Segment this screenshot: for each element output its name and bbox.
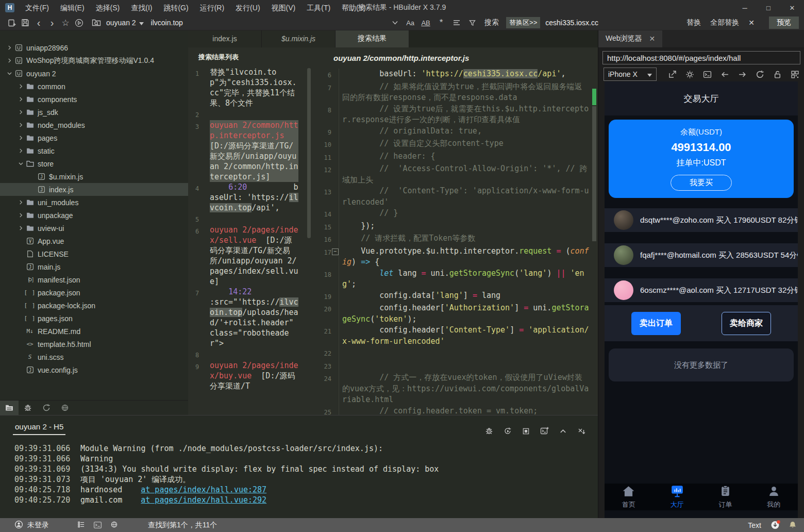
chevron-right-icon[interactable] — [16, 123, 25, 127]
menu-item[interactable]: 文件(F) — [20, 0, 55, 15]
replace-input[interactable]: ceshi335.iosx.cc — [545, 19, 648, 27]
tree-item-vue.config.js[interactable]: Jvue.config.js — [0, 363, 188, 376]
encoding-label[interactable]: Text — [748, 521, 761, 529]
close-search-button[interactable]: ✕ — [746, 19, 757, 27]
clear-icon[interactable] — [577, 427, 585, 435]
chevron-right-icon[interactable] — [16, 213, 25, 218]
tree-item-unpackage[interactable]: unpackage — [0, 209, 188, 222]
network-icon[interactable] — [110, 521, 118, 529]
browser-url-input[interactable]: http://localhost:8080/#/pages/index/hall — [602, 51, 800, 64]
settings-icon[interactable] — [685, 70, 694, 79]
open-external-icon[interactable] — [668, 70, 677, 79]
search-result-row[interactable]: 9ouyuan 2/pages/index/buy.vue [D:/源码分享渠道… — [188, 360, 312, 391]
tasks-icon[interactable] — [77, 521, 85, 529]
refresh-icon[interactable] — [756, 70, 764, 79]
tree-item-WoShop跨境商城商家管理移动端V1.0.4[interactable]: WoShop跨境商城商家管理移动端V1.0.4 — [0, 54, 188, 67]
close-icon[interactable]: ✕ — [649, 35, 656, 43]
tree-item-pages.json[interactable]: [ ]pages.json — [0, 312, 188, 325]
save-icon[interactable] — [19, 15, 32, 30]
fold-icon[interactable]: − — [331, 246, 339, 268]
search-result-row[interactable]: 4 6:20 baseUrl: 'https://ilvcoin.top/api… — [188, 182, 312, 213]
run-icon[interactable] — [72, 15, 86, 30]
tree-item-main.js[interactable]: Jmain.js — [0, 260, 188, 273]
chevron-right-icon[interactable] — [16, 148, 25, 153]
search-input[interactable]: ilvcoin.top — [151, 19, 183, 27]
chevron-down-icon[interactable] — [16, 161, 25, 166]
star-icon[interactable]: ☆ — [59, 15, 72, 30]
chevron-right-icon[interactable] — [16, 97, 25, 102]
tree-item-$u.mixin.js[interactable]: J$u.mixin.js — [0, 170, 188, 183]
preview-button[interactable]: 预览 — [769, 16, 799, 29]
debug-icon[interactable] — [19, 401, 37, 415]
multiline-icon[interactable] — [451, 20, 462, 26]
regex-toggle[interactable]: * — [436, 18, 446, 28]
device-select[interactable]: iPhone X — [604, 68, 657, 81]
chevron-right-icon[interactable] — [16, 200, 25, 205]
browser-tab[interactable]: Web浏览器 ✕ — [598, 30, 662, 47]
sync-icon[interactable] — [37, 401, 56, 415]
editor-tab-$u.mixin.js[interactable]: $u.mixin.js — [262, 30, 336, 47]
menu-item[interactable]: 运行(R) — [194, 0, 230, 15]
arrow-right-icon[interactable] — [738, 70, 747, 79]
console-source-link[interactable]: at pages/index/hall.vue:292 — [141, 495, 266, 505]
tree-item-static[interactable]: static — [0, 144, 188, 157]
web-icon[interactable] — [56, 401, 74, 415]
maximize-button[interactable]: □ — [757, 0, 780, 15]
sell-merchant-button[interactable]: 卖给商家 — [722, 312, 771, 335]
restart-icon[interactable] — [504, 427, 512, 435]
search-result-row[interactable]: 6ouyuan 2/pages/index/sell.vue [D:/源码分享渠… — [188, 225, 312, 287]
terminal-icon[interactable] — [93, 521, 102, 529]
project-selector[interactable]: ouyuan 2 — [90, 15, 144, 30]
code-scrollbar[interactable] — [592, 106, 596, 241]
search-result-row[interactable]: 7 14:22 :src="'https://ilvcoin.top/uploa… — [188, 287, 312, 348]
menu-item[interactable]: 发行(U) — [230, 0, 265, 15]
search-button[interactable]: 搜索 — [482, 18, 501, 27]
tree-item-uniapp28966[interactable]: uniapp28966 — [0, 41, 188, 54]
close-button[interactable]: ✕ — [780, 0, 804, 15]
chevron-right-icon[interactable] — [16, 136, 25, 140]
console-source-link[interactable]: at pages/index/hall.vue:287 — [141, 485, 266, 495]
tree-item-README.md[interactable]: M↓README.md — [0, 325, 188, 338]
tree-item-App.vue[interactable]: VApp.vue — [0, 235, 188, 247]
replace-zone-toggle[interactable]: 替换区>> — [506, 17, 540, 28]
tree-item-store[interactable]: store — [0, 157, 188, 170]
tree-item-ouyuan 2[interactable]: ouyuan 2 — [0, 67, 188, 80]
match-case-toggle[interactable]: Aa — [405, 19, 415, 27]
qr-code-icon[interactable] — [791, 70, 799, 79]
expand-search-icon[interactable] — [390, 21, 400, 25]
chevron-right-icon[interactable] — [5, 45, 13, 50]
menu-item[interactable]: 查找(I) — [125, 0, 158, 15]
buy-button[interactable]: 我要买 — [671, 175, 732, 191]
menu-item[interactable]: 视图(V) — [266, 0, 301, 15]
replace-all-button[interactable]: 全部替换 — [708, 18, 741, 27]
forward-icon[interactable]: › — [45, 15, 59, 30]
minimize-button[interactable]: ─ — [733, 0, 757, 15]
sell-order-button[interactable]: 卖出订单 — [631, 312, 681, 335]
bell-icon[interactable] — [789, 521, 797, 529]
debug-icon[interactable] — [485, 427, 493, 435]
tree-item-uview-ui[interactable]: uview-ui — [0, 222, 188, 235]
tree-item-package-lock.json[interactable]: [ ]package-lock.json — [0, 299, 188, 312]
tree-item-pages[interactable]: pages — [0, 131, 188, 144]
tree-item-js_sdk[interactable]: js_sdk — [0, 106, 188, 119]
stop-icon[interactable] — [522, 427, 530, 435]
tree-item-template.h5.html[interactable]: <>template.h5.html — [0, 338, 188, 351]
tree-item-package.json[interactable]: [ ]package.json — [0, 286, 188, 299]
update-icon[interactable] — [770, 520, 780, 530]
tree-item-node_modules[interactable]: node_modules — [0, 119, 188, 131]
tree-item-manifest.json[interactable]: []manifest.json — [0, 273, 188, 286]
search-list-scrollbar[interactable] — [307, 68, 311, 238]
filter-icon[interactable] — [467, 20, 477, 26]
chevron-right-icon[interactable] — [5, 58, 13, 63]
chevron-right-icon[interactable] — [16, 226, 25, 230]
collapse-icon[interactable] — [559, 427, 567, 435]
menu-item[interactable]: 编辑(E) — [55, 0, 90, 15]
menu-item[interactable]: 跳转(G) — [158, 0, 194, 15]
new-file-icon[interactable] — [5, 15, 19, 30]
tree-item-components[interactable]: components — [0, 93, 188, 106]
arrow-left-icon[interactable] — [721, 70, 729, 79]
editor-tab-搜索结果[interactable]: 搜索结果 — [336, 30, 409, 47]
tabbar-item-首页[interactable]: 首页 — [605, 484, 653, 510]
editor-tab-index.js[interactable]: index.js — [188, 30, 262, 47]
chevron-right-icon[interactable] — [16, 110, 25, 114]
